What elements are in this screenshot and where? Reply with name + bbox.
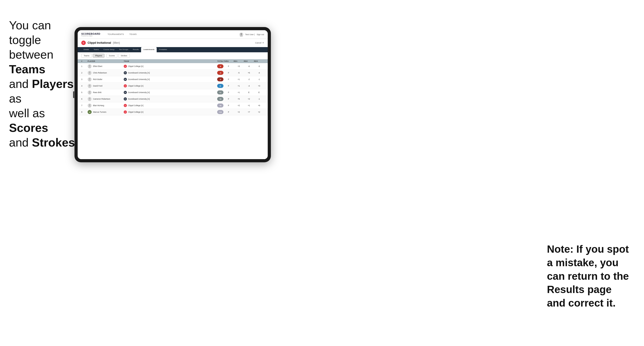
- nav-teams[interactable]: TEAMS: [127, 30, 140, 39]
- logo-sub: Powered by clippd: [81, 35, 100, 36]
- col-rank: #: [81, 60, 88, 62]
- svg-point-7: [89, 78, 90, 80]
- team-logo-5: SU: [124, 91, 127, 94]
- thru-7: F: [224, 104, 234, 107]
- svg-point-1: [240, 33, 242, 35]
- team-8: C Clippd College [A]: [124, 110, 208, 114]
- team-3: SU Scoreboard University [A]: [124, 78, 208, 81]
- tab-details[interactable]: Details: [81, 47, 91, 52]
- svg-point-8: [88, 80, 91, 81]
- tab-tee-groups[interactable]: Tee Groups: [117, 47, 130, 52]
- logo-text: SCOREBOARD: [81, 32, 100, 35]
- rd2-1: -6: [244, 65, 254, 67]
- rd2-2: +5: [244, 72, 254, 74]
- total-2: -4: [208, 71, 224, 75]
- thru-6: F: [224, 98, 234, 100]
- toggle-scores[interactable]: Scores: [106, 54, 117, 58]
- tournament-name: Clippd Invitational: [88, 41, 111, 44]
- table-row: 1 Elliot Ebert C Clippd College [A] -8 F…: [78, 63, 268, 70]
- total-5: +1: [208, 90, 224, 94]
- team-5: SU Scoreboard University [A]: [124, 91, 208, 94]
- rd1-5: +1: [234, 91, 244, 94]
- rd3-1: -5: [254, 65, 264, 67]
- col-total: TOTAL: [208, 60, 224, 62]
- svg-text:M: M: [89, 111, 90, 113]
- team-logo-6: SU: [124, 97, 127, 101]
- toggle-bar: Teams Players Scores Strokes: [78, 52, 268, 59]
- rd2-5: E: [244, 91, 254, 94]
- player-3: Rich Butler: [88, 77, 124, 81]
- player-1: Elliot Ebert: [88, 64, 124, 68]
- tournament-logo: C: [81, 41, 86, 45]
- tab-results[interactable]: Results: [130, 47, 141, 52]
- table-row: 2 Chris Robertson SU Scoreboard Universi…: [78, 70, 268, 76]
- col-rd1: RD1: [234, 60, 244, 62]
- nav-right: Test User | Sign out: [239, 32, 264, 36]
- thru-4: F: [224, 85, 234, 87]
- nav-tournaments[interactable]: TOURNAMENTS: [105, 30, 127, 39]
- svg-point-10: [88, 86, 91, 88]
- table-row: 3 Rich Butler SU Scoreboard University […: [78, 76, 268, 83]
- toggle-teams[interactable]: Teams: [81, 54, 92, 58]
- rank-3: 3: [81, 78, 88, 80]
- svg-point-11: [89, 91, 90, 93]
- annotation-text: You can togglebetween Teamsand Players a…: [9, 19, 78, 149]
- rd1-7: +2: [234, 104, 244, 107]
- avatar-7: [88, 103, 92, 108]
- col-player: PLAYER: [88, 60, 124, 62]
- svg-point-5: [89, 71, 90, 73]
- team-7: C Clippd College [A]: [124, 104, 208, 107]
- sign-out-link[interactable]: Sign out: [257, 33, 264, 36]
- player-8: M Marcus Turners: [88, 110, 124, 114]
- tab-leaderboards[interactable]: Leaderboards: [141, 47, 157, 52]
- logo-area: SCOREBOARD Powered by clippd: [81, 32, 100, 36]
- avatar-4: [88, 84, 92, 88]
- tab-course-setup[interactable]: Course Setup: [101, 47, 117, 52]
- team-logo-4: C: [124, 84, 127, 87]
- rank-2: 2: [81, 72, 88, 74]
- player-5: Rees Britt: [88, 90, 124, 94]
- player-4: David Ford: [88, 84, 124, 88]
- rd2-6: +2: [244, 98, 254, 100]
- team-1: C Clippd College [A]: [124, 65, 208, 68]
- table-header: # PLAYER TEAM TOTAL THRU RD1 RD2 RD3: [78, 59, 268, 63]
- player-2: Chris Robertson: [88, 71, 124, 75]
- table-row: 6 Cameron Robertson SU Scoreboard Univer…: [78, 96, 268, 102]
- toggle-players[interactable]: Players: [93, 54, 104, 58]
- note-text: Note: If you spot a mistake, you can ret…: [547, 243, 629, 309]
- right-annotation: Note: If you spot a mistake, you can ret…: [547, 243, 633, 310]
- total-6: +6: [208, 97, 224, 101]
- rank-8: 8: [81, 111, 88, 113]
- total-4: E: [208, 84, 224, 88]
- thru-5: F: [224, 91, 234, 94]
- total-3: -2: [208, 77, 224, 81]
- rd3-5: E: [254, 91, 264, 94]
- team-logo-3: SU: [124, 78, 127, 81]
- left-annotation: You can togglebetween Teamsand Players a…: [9, 18, 79, 150]
- cancel-button[interactable]: Cancel ✕: [255, 42, 264, 44]
- rank-6: 6: [81, 98, 88, 100]
- rd3-7: +6: [254, 104, 264, 107]
- col-rd2: RD2: [244, 60, 254, 62]
- rd3-3: -1: [254, 78, 264, 80]
- svg-point-4: [88, 67, 91, 68]
- table-row: 8 M Marcus Turners C Clippd College [A] …: [78, 109, 268, 115]
- thru-3: F: [224, 78, 234, 80]
- rd1-8: +2: [234, 111, 244, 113]
- rd1-2: -5: [234, 72, 244, 74]
- team-logo-7: C: [124, 104, 127, 107]
- toggle-strokes[interactable]: Strokes: [118, 54, 130, 58]
- svg-point-14: [88, 99, 91, 101]
- top-nav: SCOREBOARD Powered by clippd TOURNAMENTS…: [78, 30, 268, 39]
- team-logo-8: C: [124, 110, 127, 114]
- rank-5: 5: [81, 91, 88, 94]
- tab-printables[interactable]: Printables: [157, 47, 169, 52]
- player-7: Blair McHarg: [88, 103, 124, 108]
- total-8: +11: [208, 110, 224, 114]
- col-thru: THRU: [224, 60, 234, 62]
- player-6: Cameron Robertson: [88, 97, 124, 101]
- rd2-7: +1: [244, 104, 254, 107]
- rank-1: 1: [81, 65, 88, 67]
- team-logo-2: SU: [124, 71, 127, 74]
- tab-teams[interactable]: Teams: [91, 47, 101, 52]
